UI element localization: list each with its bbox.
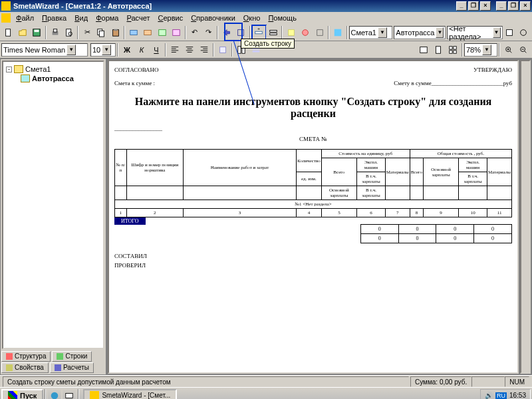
menu-window[interactable]: Окно <box>239 13 265 23</box>
svg-rect-25 <box>220 47 226 53</box>
status-sum: Сумма: 0,00 руб. <box>410 376 471 387</box>
doc-icon <box>1 13 11 23</box>
undo-button[interactable]: ↶ <box>188 25 201 40</box>
folder-icon <box>14 65 23 73</box>
tab-structure[interactable]: Структура <box>1 351 51 362</box>
tb-btn-13[interactable] <box>517 25 531 40</box>
tb-btn-9[interactable] <box>299 25 313 40</box>
align-right-button[interactable] <box>197 43 211 57</box>
svg-rect-0 <box>5 29 10 36</box>
start-button[interactable]: Пуск <box>1 389 43 400</box>
instruction-text: Нажмите на панели инструментов кнопку "С… <box>128 96 499 120</box>
combo-smeta[interactable]: Смета1▼ <box>349 26 393 39</box>
paste-button[interactable] <box>108 25 122 40</box>
taskbar-app[interactable]: SmetaWizard - [Смет... <box>83 389 177 400</box>
font-value: Times New Roman <box>3 46 65 54</box>
fontsize-combo[interactable]: 10▼ <box>90 43 116 57</box>
menu-form[interactable]: Форма <box>92 13 122 23</box>
redo-button[interactable]: ↷ <box>201 25 215 40</box>
mdi-minimize-button[interactable]: _ <box>496 1 507 11</box>
tree-root[interactable]: - Смета1 <box>6 65 100 74</box>
tab-calcs[interactable]: Расчеты <box>50 362 94 373</box>
menu-service[interactable]: Сервис <box>154 13 187 23</box>
svg-rect-2 <box>35 29 39 32</box>
combo-section[interactable]: <Нет раздела>▼ <box>447 26 502 39</box>
cut-button[interactable]: ✂ <box>80 25 94 40</box>
tab-label: Строки <box>65 352 87 361</box>
tb-btn-1[interactable] <box>126 25 140 40</box>
close-button[interactable]: × <box>480 1 491 11</box>
doc-icon <box>21 74 30 82</box>
tb-btn-7[interactable] <box>266 25 280 40</box>
itogo-label: ИТОГО <box>114 217 146 225</box>
minimize-button[interactable]: _ <box>456 1 467 11</box>
svg-point-21 <box>303 29 309 35</box>
tb-btn-2[interactable] <box>141 25 155 40</box>
tb-btn-5[interactable] <box>219 25 233 40</box>
combo-smeta-value: Смета1 <box>351 29 376 37</box>
th-npp: № п/п <box>115 150 127 186</box>
tb2-btn-5[interactable] <box>431 43 446 57</box>
tb2-btn-6[interactable] <box>446 43 460 57</box>
document-area[interactable]: СОГЛАСОВАНОУТВЕРЖДАЮ Смета к сумме :Смет… <box>108 60 519 374</box>
tb-btn-12[interactable] <box>503 25 517 40</box>
menu-help[interactable]: Помощь <box>264 13 301 23</box>
svg-rect-39 <box>66 393 73 398</box>
svg-point-24 <box>521 29 527 35</box>
zoom-in-button[interactable] <box>501 43 516 57</box>
tree-child[interactable]: Автотрасса <box>6 74 100 83</box>
tb2-btn-4[interactable] <box>416 43 431 57</box>
collapse-icon[interactable]: - <box>6 66 12 72</box>
svg-rect-30 <box>420 47 428 53</box>
th-mat2: Материалы <box>487 158 512 186</box>
vertical-scrollbar[interactable] <box>520 60 531 374</box>
lang-indicator[interactable]: RU <box>495 392 507 399</box>
system-tray[interactable]: 🔊 RU 16:53 <box>480 389 531 400</box>
new-button[interactable] <box>1 25 15 40</box>
tb2-btn-1[interactable] <box>215 43 230 57</box>
menu-file[interactable]: Файл <box>12 13 38 23</box>
svg-rect-15 <box>238 29 244 35</box>
combo-section-value: <Нет раздела> <box>449 25 491 41</box>
tree-view[interactable]: - Смета1 Автотрасса <box>2 61 104 349</box>
mdi-close-button[interactable]: × <box>520 1 531 11</box>
font-combo[interactable]: Times New Roman▼ <box>1 43 88 57</box>
open-button[interactable] <box>15 25 29 40</box>
tb-btn-8[interactable] <box>284 25 298 40</box>
tb-btn-3[interactable] <box>155 25 169 40</box>
tb-btn-6[interactable] <box>233 25 247 40</box>
bold-button[interactable]: Ж <box>120 43 134 57</box>
tb-btn-10[interactable] <box>313 25 327 40</box>
tray-icon[interactable]: 🔊 <box>485 392 493 399</box>
combo-object[interactable]: Автотрасса▼ <box>394 26 446 39</box>
menu-calc[interactable]: Расчет <box>122 13 154 23</box>
align-left-button[interactable] <box>168 43 182 57</box>
menu-edit[interactable]: Правка <box>38 13 70 23</box>
zoom-out-button[interactable] <box>516 43 531 57</box>
quicklaunch-1[interactable] <box>47 389 62 400</box>
print-button[interactable] <box>48 25 62 40</box>
create-row-button[interactable]: + <box>252 25 266 40</box>
tb-btn-4[interactable] <box>169 25 183 40</box>
props-icon <box>6 364 13 371</box>
copy-button[interactable] <box>94 25 108 40</box>
col-8: 8 <box>410 209 423 217</box>
taskbar: Пуск SmetaWizard - [Смет... 🔊 RU 16:53 <box>0 387 532 399</box>
menu-refs[interactable]: Справочники <box>187 13 239 23</box>
mdi-restore-button[interactable]: ❐ <box>508 1 519 11</box>
underline-button[interactable]: Ч <box>149 43 164 57</box>
checked-label: ПРОВЕРИЛ <box>114 262 512 269</box>
preview-button[interactable] <box>62 25 76 40</box>
align-center-button[interactable] <box>182 43 197 57</box>
menu-view[interactable]: Вид <box>70 13 92 23</box>
restore-button[interactable]: ❐ <box>468 1 479 11</box>
tab-rows[interactable]: Строки <box>52 351 92 362</box>
tree-panel: - Смета1 Автотрасса Структура Строки Сво… <box>0 59 106 375</box>
quicklaunch-2[interactable] <box>62 389 76 400</box>
tb-btn-11[interactable] <box>331 25 344 40</box>
italic-button[interactable]: К <box>134 43 149 57</box>
zoom-combo[interactable]: 78%▼ <box>464 43 497 57</box>
tab-props[interactable]: Свойства <box>1 362 49 373</box>
save-button[interactable] <box>30 25 44 40</box>
app-icon <box>90 391 99 400</box>
